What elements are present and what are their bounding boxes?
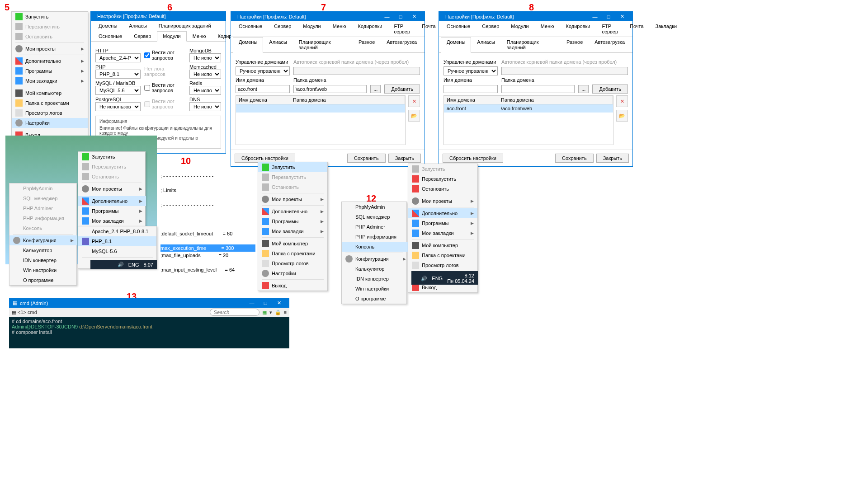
mi-settings[interactable]: Настройки [12,118,88,128]
sm-sqlm[interactable]: SQL менеджер [9,193,77,203]
mi-additional[interactable]: Дополнительно▶ [408,208,477,218]
sm-pma[interactable]: PhpMyAdmin [342,202,410,212]
sm-wins[interactable]: Win настройки [9,265,77,275]
mi-stop[interactable]: Остановить [12,32,88,42]
t2-4[interactable]: Автозагрузка [381,37,423,52]
mi-viewlogs[interactable]: Просмотр логов [258,258,327,268]
mi-restart[interactable]: Перезапустить [12,22,88,32]
t1-5[interactable]: FTP сервер [388,21,416,37]
tab-domains[interactable]: Домены [93,21,123,31]
t1-3[interactable]: Меню [535,21,560,37]
lock-icon[interactable]: 🔒 [275,310,281,315]
sm-calc[interactable]: Калькулятор [342,264,410,274]
mi-start[interactable]: Запустить [408,164,477,174]
mi-programs[interactable]: Программы▶ [258,216,327,226]
tb-sound-icon[interactable]: 🔊 [118,262,124,267]
maximize-button[interactable]: □ [394,14,407,19]
mi-myprojects[interactable]: Мои проекты▶ [408,196,477,206]
mi-projfolder[interactable]: Папка с проектами [12,98,88,108]
highlighted-line[interactable]: max_execution_time = 300 [160,244,255,252]
sm-phpa[interactable]: PHP Adminer [9,203,77,213]
mi-viewlogs[interactable]: Просмотр логов [408,260,477,270]
t2-1[interactable]: Алиасы [471,37,500,52]
sm-pma[interactable]: PhpMyAdmin [9,183,77,193]
maximize-button[interactable]: □ [259,300,272,306]
minimize-button[interactable]: — [245,300,259,306]
t2-3[interactable]: Разное [353,37,381,52]
mi-mycomputer[interactable]: Мой компьютер [258,239,327,249]
sm-sqlm[interactable]: SQL менеджер [342,212,410,222]
sel-mysql[interactable]: MySQL-5.6 [95,86,141,95]
inp-dname[interactable] [443,85,498,93]
mi-mycomputer[interactable]: Мой компьютер [12,88,88,98]
cfg-mysql[interactable]: MySQL-5.6 [78,246,156,256]
t1-2[interactable]: Модули [297,21,326,37]
tab-aliases[interactable]: Алиасы [123,21,152,31]
close-button[interactable]: ✕ [407,14,421,19]
sm-idn[interactable]: IDN конвертер [342,274,410,284]
mi-programs[interactable]: Программы▶ [12,66,88,76]
sm-about[interactable]: О программе [342,294,410,304]
sel-mgmt[interactable]: Ручное управление [236,66,290,75]
tab2-modules[interactable]: Модули [157,31,186,42]
mi-bookmarks[interactable]: Мои закладки▶ [258,226,327,236]
sm-phpi[interactable]: PHP информация [342,232,410,242]
browse-button[interactable]: ... [578,85,589,93]
save-button[interactable]: Сохранить [347,154,386,163]
term-line3[interactable]: # composer install [12,329,287,335]
tab2-server[interactable]: Сервер [128,31,157,41]
mi-mycomputer[interactable]: Мой компьютер [408,240,477,250]
t1-6[interactable]: Почта [416,21,442,37]
mi-bookmarks[interactable]: Мои закладки▶ [12,76,88,86]
maximize-button[interactable]: □ [602,14,615,19]
minimize-button[interactable]: — [588,14,602,19]
tb-lang[interactable]: ENG [432,276,443,281]
sm-cons[interactable]: Консоль [9,223,77,233]
sm-idn[interactable]: IDN конвертер [9,255,77,265]
mi-viewlogs[interactable]: Просмотр логов [12,108,88,118]
reset-button[interactable]: Сбросить настройки [235,154,295,163]
reset-button[interactable]: Сбросить настройки [443,154,503,163]
t1-5[interactable]: FTP сервер [596,21,624,37]
mi-additional[interactable]: Дополнительно▶ [12,56,88,66]
mi-start[interactable]: Запустить [258,162,327,172]
sel-mgmt[interactable]: Ручное управление [443,66,498,75]
mi-bookmarks[interactable]: Мои закладки▶ [408,228,477,238]
mi-myprojects[interactable]: Мои проекты▶ [78,184,146,194]
t2-0[interactable]: Домены [441,37,471,53]
open-row-button[interactable]: 📂 [408,110,420,122]
cfg-php[interactable]: PHP_8.1 [78,236,156,246]
t1-2[interactable]: Модули [505,21,534,37]
sm-cons[interactable]: Консоль [342,242,410,252]
mi-start[interactable]: Запустить [78,152,146,162]
mi-stop[interactable]: Остановить [408,184,477,194]
sel-pg[interactable]: Не использовать [95,102,141,111]
sm-about[interactable]: О программе [9,275,77,285]
mi-start[interactable]: Запустить [12,12,88,22]
mi-bookmarks[interactable]: Мои закладки▶ [78,216,146,226]
sel-dns[interactable]: Не использовать [189,102,221,111]
menu-icon[interactable]: ≡ [284,310,287,315]
t2-0[interactable]: Домены [233,37,263,53]
close-button2[interactable]: Закрыть [388,154,421,163]
mi-projfolder[interactable]: Папка с проектами [258,249,327,258]
save-button[interactable]: Сохранить [555,154,594,163]
sm-phpi[interactable]: PHP информация [9,213,77,223]
close-button[interactable]: ✕ [272,300,286,306]
t1-4[interactable]: Кодировки [352,21,388,37]
tb-lang[interactable]: ENG [128,262,139,267]
mi-stop[interactable]: Остановить [78,172,146,182]
mi-additional[interactable]: Дополнительно▶ [78,196,146,206]
plus-icon[interactable]: ▦ [262,310,267,315]
chk-http-log[interactable] [144,52,150,58]
sel-memc[interactable]: Не использовать [189,70,221,79]
t1-3[interactable]: Меню [327,21,352,37]
sm-conf[interactable]: Конфигурация▶ [342,254,410,264]
t1-0[interactable]: Основные [441,21,476,37]
t2-3[interactable]: Разное [561,37,589,52]
t2-2[interactable]: Планировщик заданий [501,37,561,52]
search-input[interactable] [210,309,259,316]
sm-wins[interactable]: Win настройки [342,284,410,294]
inp-dname[interactable] [236,85,290,93]
mi-myprojects[interactable]: Мои проекты▶ [12,44,88,54]
